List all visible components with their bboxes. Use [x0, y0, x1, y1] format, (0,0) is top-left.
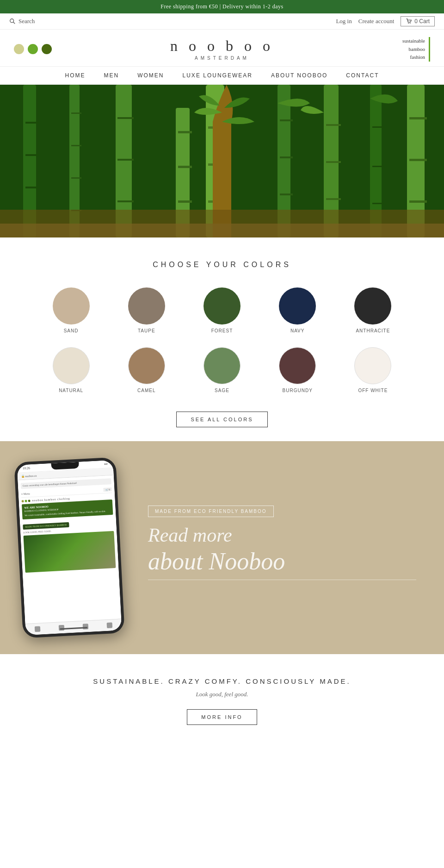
- swatch-label-row2-0: NATURAL: [59, 388, 83, 393]
- phone-nav-tabs: [107, 622, 113, 628]
- tagline-main: SUSTAINABLE. CRAZY COMFY. CONSCIOUSLY MA…: [9, 677, 435, 685]
- swatch-label-2: FOREST: [211, 328, 233, 333]
- swatch-item-row2-0[interactable]: NATURAL: [37, 347, 105, 393]
- swatch-label-1: TAUPE: [138, 328, 155, 333]
- eco-badge-about: MADE FROM ECO FRIENDLY BAMBOO: [148, 506, 274, 517]
- nav-item-contact[interactable]: CONTACT: [346, 72, 379, 79]
- phone-dots: [21, 500, 30, 502]
- svg-rect-37: [372, 203, 384, 204]
- tagline-section: SUSTAINABLE. CRAZY COMFY. CONSCIOUSLY MA…: [0, 654, 444, 743]
- phone-content: Gratis verzending voor alle bestellingen…: [18, 475, 121, 624]
- svg-rect-10: [71, 112, 81, 114]
- swatch-circle-row2-1: [128, 347, 165, 384]
- phone-brand-text: nooboo bamboo clothing: [32, 497, 70, 502]
- svg-point-3: [410, 23, 411, 24]
- swatch-item-2[interactable]: FOREST: [188, 287, 256, 333]
- brand-name[interactable]: n o o b o o AMSTERDAM: [170, 37, 274, 61]
- svg-rect-32: [326, 161, 341, 163]
- swatch-label-row2-1: CAMEL: [137, 388, 155, 393]
- phone-nav-back: [35, 626, 41, 632]
- svg-rect-28: [280, 156, 293, 158]
- svg-point-2: [408, 23, 409, 24]
- search-button[interactable]: Search: [9, 18, 35, 25]
- swatch-item-3[interactable]: NAVY: [264, 287, 332, 333]
- search-label: Search: [18, 18, 35, 25]
- phone-cart-indicator: 🛒 0: [104, 487, 112, 492]
- tagline-sub: Look good, feel good.: [9, 691, 435, 698]
- swatch-item-row2-3[interactable]: BURGUNDY: [264, 347, 332, 393]
- color-swatches-row1: SAND TAUPE FOREST NAVY ANTHRACITE: [37, 287, 407, 333]
- svg-rect-16: [117, 159, 134, 161]
- logo-dot-dark: [42, 44, 52, 54]
- swatch-label-row2-4: OFF WHITE: [358, 388, 388, 393]
- phone-time: 10:26: [23, 466, 30, 470]
- swatch-circle-row2-0: [53, 347, 90, 384]
- phone-url: 🔒 nooboo.co: [21, 474, 37, 478]
- header-bar: Search Log in Create account 0 Cart: [0, 13, 444, 30]
- more-info-button[interactable]: MORE INFO: [187, 709, 257, 725]
- svg-rect-31: [326, 124, 341, 126]
- phone-screen: 10:26 ▪▪▪ 🔒 nooboo.co Gratis verzending …: [17, 460, 122, 635]
- phone-notch: [51, 462, 79, 469]
- swatch-item-row2-2[interactable]: SAGE: [188, 347, 256, 393]
- phone-mockup: 10:26 ▪▪▪ 🔒 nooboo.co Gratis verzending …: [14, 457, 125, 638]
- cart-button[interactable]: 0 Cart: [401, 16, 435, 26]
- phone-dot3: [28, 500, 30, 502]
- sustainable-line1: sustainable: [402, 37, 425, 45]
- nav-item-luxe-loungewear[interactable]: LUXE LOUNGEWEAR: [183, 72, 253, 79]
- swatch-circle-4: [354, 287, 391, 325]
- svg-rect-19: [178, 131, 192, 133]
- sustainable-line2: bamboo: [402, 45, 425, 54]
- hero-image: [0, 85, 444, 237]
- swatch-circle-row2-2: [204, 347, 240, 384]
- swatch-circle-1: [128, 287, 165, 325]
- cart-icon: [406, 18, 412, 25]
- about-text: MADE FROM ECO FRIENDLY BAMBOO Read more …: [120, 506, 416, 589]
- swatch-item-4[interactable]: ANTHRACITE: [339, 287, 407, 333]
- phone-dot1: [21, 500, 24, 502]
- swatch-label-4: ANTHRACITE: [356, 328, 390, 333]
- nav-item-about-nooboo[interactable]: ABOUT NOOBOO: [271, 72, 327, 79]
- choose-colors-title: CHOOSE YOUR COLORS: [9, 261, 435, 269]
- see-all-colors-button[interactable]: SEE ALL COLORS: [176, 412, 267, 427]
- swatch-label-0: SAND: [64, 328, 79, 333]
- choose-colors-section: CHOOSE YOUR COLORS SAND TAUPE FOREST NAV…: [0, 237, 444, 441]
- svg-rect-39: [409, 117, 427, 119]
- logo-dot-green: [28, 44, 38, 54]
- svg-rect-35: [372, 126, 384, 128]
- swatch-circle-0: [53, 287, 90, 325]
- svg-rect-40: [409, 159, 427, 161]
- nav-item-men[interactable]: MEN: [104, 72, 119, 79]
- swatch-item-row2-1[interactable]: CAMEL: [112, 347, 180, 393]
- phone-signal: ▪▪▪: [104, 462, 108, 466]
- about-read-more: Read more: [148, 525, 416, 546]
- main-nav: HOME MEN WOMEN LUXE LOUNGEWEAR ABOUT NOO…: [0, 66, 444, 85]
- swatch-item-0[interactable]: SAND: [37, 287, 105, 333]
- swatch-label-row2-2: SAGE: [215, 388, 229, 393]
- svg-rect-11: [71, 145, 81, 146]
- color-swatches-row2: NATURAL CAMEL SAGE BURGUNDY OFF WHITE: [37, 347, 407, 393]
- top-banner: Free shipping from €50 | Delivery within…: [0, 0, 444, 13]
- login-link[interactable]: Log in: [336, 18, 352, 25]
- svg-rect-21: [178, 200, 192, 203]
- logo-area: n o o b o o AMSTERDAM sustainable bamboo…: [0, 30, 444, 66]
- banner-text: Free shipping from €50 | Delivery within…: [160, 3, 284, 10]
- swatch-circle-3: [279, 287, 316, 325]
- svg-rect-7: [25, 154, 38, 156]
- swatch-item-1[interactable]: TAUPE: [112, 287, 180, 333]
- create-account-link[interactable]: Create account: [358, 18, 395, 25]
- svg-rect-20: [178, 166, 192, 168]
- swatch-item-row2-4[interactable]: OFF WHITE: [339, 347, 407, 393]
- svg-rect-43: [0, 224, 444, 237]
- svg-rect-29: [280, 194, 293, 195]
- svg-rect-27: [280, 119, 293, 121]
- about-nooboo-text: about Nooboo: [148, 548, 416, 580]
- logo-dot-olive: [14, 44, 24, 54]
- swatch-circle-2: [204, 287, 240, 325]
- brand-subtitle: AMSTERDAM: [170, 56, 274, 61]
- phone-dot2: [25, 500, 27, 502]
- nav-item-women[interactable]: WOMEN: [137, 72, 164, 79]
- nav-item-home[interactable]: HOME: [65, 72, 86, 79]
- svg-rect-12: [71, 177, 81, 179]
- header-account: Log in Create account 0 Cart: [336, 16, 435, 26]
